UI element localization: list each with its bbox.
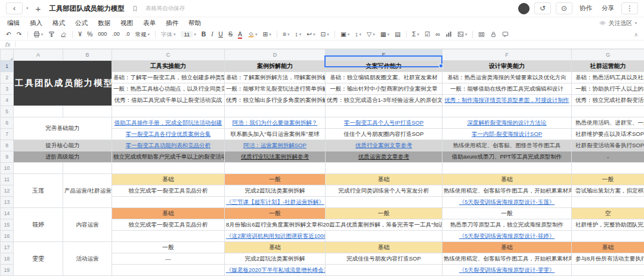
cell-c18[interactable]: — [112, 253, 225, 265]
cell-d1[interactable]: 案例拆解能力 [225, 61, 326, 72]
cell-g5[interactable] [572, 106, 644, 117]
row-header-11[interactable]: 11 [1, 174, 14, 185]
cell-e16[interactable] [326, 231, 442, 242]
document-title[interactable]: 工具部团队成员能力模型 [49, 4, 125, 13]
cell-d6[interactable]: 阿浩：我们为什么要做案例拆解？ [225, 117, 326, 129]
cell-b11[interactable]: 产品运营/社群运营 [63, 174, 112, 208]
cell-c17[interactable]: 一般 [112, 242, 225, 253]
cell-c4[interactable]: 优秀：借助工具完成千单以上裂变活动实战 [112, 95, 225, 106]
cell-e19[interactable] [326, 265, 442, 276]
cell-f4[interactable]: 优秀：制作海报详情页等原型界面，对接设计制作 [442, 95, 572, 106]
cell-d17[interactable]: 基础 [225, 242, 326, 253]
undo-button[interactable]: ↶ [6, 31, 11, 38]
row-header-9[interactable]: 9 [1, 151, 14, 163]
row-header-5[interactable]: 5 [1, 106, 14, 117]
row-header-4[interactable]: 4 [1, 95, 14, 106]
cell-f13[interactable]: 《5天裂变训练营海报原型设计-玉莲》 [442, 197, 572, 208]
menu-item[interactable]: 视图 [120, 19, 133, 27]
text-wrap-button[interactable]: ↩▾ [306, 31, 315, 38]
cell-g4[interactable]: 优秀：独立完成社群裂变活动 [572, 95, 644, 106]
column-header-d[interactable]: D [225, 49, 326, 61]
cell-f14[interactable]: 一般 [442, 208, 572, 219]
cell-f16[interactable]: 《5天裂变训练营海报原型设计-筱婷》 [442, 231, 572, 242]
row-header-13[interactable]: 13 [1, 197, 14, 208]
row-header-15[interactable]: 15 [1, 219, 14, 231]
formula-input[interactable] [20, 41, 639, 48]
print-button[interactable]: ▾ [33, 31, 44, 38]
row-header-3[interactable]: 3 [1, 83, 14, 95]
table-button[interactable]: ▦▾ [380, 31, 389, 38]
row-header-2[interactable]: 2 [1, 72, 14, 83]
row-header-1[interactable]: 1 [1, 61, 14, 72]
cell-a14[interactable]: 筱婷 [14, 208, 63, 242]
cell-g19[interactable] [572, 265, 644, 276]
currency-format-button[interactable]: ¥ [78, 31, 82, 38]
cell-g10[interactable] [572, 163, 644, 174]
number-format-select[interactable]: 常规 ▾ [135, 32, 150, 38]
font-color-button[interactable]: A [238, 31, 242, 38]
cell-f9[interactable]: 借助axure或墨刀、PPT等工具完成原型制作 [442, 151, 572, 163]
cell-a11[interactable]: 玉莲 [14, 174, 63, 208]
cell-g12[interactable]: 尝试输出策划方案，拟定框架 [572, 185, 644, 197]
cell-a1[interactable]: 工具团队成员能力模型 [14, 61, 112, 106]
cell-a10[interactable] [14, 163, 63, 174]
cell-f5[interactable] [442, 106, 572, 117]
menu-item[interactable]: 插入 [30, 19, 42, 27]
row-header-16[interactable]: 16 [1, 231, 14, 242]
cell-d7[interactable]: 联系鹏头加入“每日运营案例库”星球 [225, 129, 326, 140]
cell-c14[interactable]: 基础 [112, 208, 225, 219]
cell-e5[interactable] [326, 106, 442, 117]
borders-button[interactable]: ⊞▾ [262, 31, 271, 38]
cell-d8[interactable]: 阿洁：运营案例拆解SOP [225, 140, 326, 151]
comment-button[interactable] [502, 31, 509, 38]
cell-d19[interactable]: 《媒老板2020下半年私域流量增长峰会》 [225, 265, 326, 276]
cell-e9[interactable]: 优质运营类文章参考 [326, 151, 442, 163]
cell-c1[interactable]: 工具实操能力 [112, 61, 225, 72]
cell-d2[interactable]: 基础：了解案例拆解方法，理解案例拆解 [225, 72, 326, 83]
cell-g11[interactable]: 一般 [572, 174, 644, 185]
font-family-select[interactable]: 字体 ▾ [161, 32, 176, 38]
cell-f1[interactable]: 设计审美能力 [442, 61, 572, 72]
cell-c8[interactable]: 零一裂变工具功能列表和竞品分析 [112, 140, 225, 151]
menu-item[interactable]: 编辑 [7, 19, 20, 27]
cell-c2[interactable]: 基础：了解零一裂变工具，独立创建多种类型活动 [112, 72, 225, 83]
cell-e3[interactable]: 一般：输出针对中小型商家的行业案例文章 [326, 83, 442, 95]
menu-item[interactable]: 公式 [75, 19, 88, 27]
menu-item[interactable]: 插件 [166, 19, 178, 27]
column-header-a[interactable]: A [14, 49, 63, 61]
cell-b14[interactable]: 内容运营 [63, 208, 112, 242]
cell-e14[interactable]: 一般 [326, 208, 442, 219]
vertical-align-button[interactable]: ↕▾ [295, 31, 301, 38]
filter-button[interactable]: ▽▾ [367, 31, 375, 38]
cell-b17[interactable]: 活动运营 [63, 242, 112, 276]
cell-a8[interactable]: 提升核心能力 [14, 140, 112, 151]
cell-f8[interactable]: 熟练使用稿定、创客贴、图怪兽等作图工具 [442, 140, 572, 151]
cell-g14[interactable]: 空 [572, 208, 644, 219]
cell-d9[interactable]: 优质行业玩法案例拆解参考 [225, 151, 326, 163]
fill-color-button[interactable]: ▾ [247, 31, 258, 38]
cell-f18[interactable]: 熟练使用稿定、创客贴等作图工具，开始积累素材库 [442, 253, 572, 265]
cell-e1[interactable]: 文案写作能力 [326, 61, 442, 72]
cell-g13[interactable] [572, 197, 644, 208]
cell-e2[interactable]: 基础：独立编辑朋友圈文案、社群宣发素材 [326, 72, 442, 83]
thousands-format-button[interactable]: 000 [98, 32, 107, 37]
cell-f7[interactable]: 零一内部-裂变海报设计SOP [442, 129, 572, 140]
cell-e11[interactable]: 基础 [326, 174, 442, 185]
insert-image-button[interactable]: ▾ [457, 31, 467, 38]
row-header-17[interactable]: 17 [1, 242, 14, 253]
cell-d10[interactable] [225, 163, 326, 174]
cell-c12[interactable]: 独立完成零一裂变工具竞品分析 [112, 185, 225, 197]
checkbox-button[interactable]: ☑ [425, 31, 430, 38]
merge-cells-button[interactable]: ⊡▾ [321, 31, 329, 38]
row-header-18[interactable]: 18 [1, 253, 14, 265]
cell-d14[interactable]: 一般 [225, 208, 326, 219]
cell-f3[interactable]: 一般：能够借助在线作图工具完成编辑和设计 [442, 83, 572, 95]
pivot-button[interactable]: ▤ [395, 31, 401, 38]
column-header-e[interactable]: E [326, 49, 442, 61]
column-header-c[interactable]: C [112, 49, 225, 61]
cell-f12[interactable]: 熟练使用稿定、创客贴等作图工具，开始积累素材库 [442, 185, 572, 197]
horizontal-align-button[interactable]: ≡▾ [283, 31, 290, 38]
cell-g9[interactable]: - [572, 151, 644, 163]
cell-f6[interactable]: 深度解析裂变海报的设计方法论 [442, 117, 572, 129]
cell-c13[interactable] [112, 197, 225, 208]
